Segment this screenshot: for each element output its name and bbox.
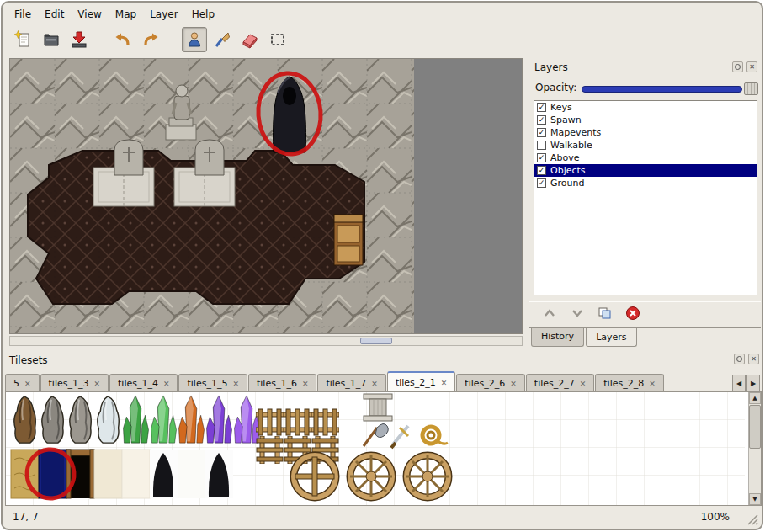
tab-close-icon[interactable]: ✕: [371, 380, 378, 388]
tileset-tab-3[interactable]: tiles_1_5 ✕: [178, 374, 247, 392]
menu-map[interactable]: Map: [109, 6, 143, 23]
panel-float-button[interactable]: [734, 354, 745, 364]
layer-row-above[interactable]: Above: [534, 152, 757, 164]
map-canvas[interactable]: [10, 59, 522, 333]
layer-row-keys[interactable]: Keys: [534, 101, 757, 114]
map-horizontal-scrollbar[interactable]: [9, 336, 523, 346]
layer-move-down-button[interactable]: [567, 305, 587, 322]
eraser-tool-button[interactable]: [237, 27, 263, 52]
opacity-slider[interactable]: [582, 86, 742, 93]
open-button[interactable]: [39, 27, 64, 52]
tileset-tab-label: 5: [13, 378, 19, 389]
redo-button[interactable]: [138, 27, 163, 52]
tab-close-icon[interactable]: ✕: [510, 380, 517, 388]
new-file-button[interactable]: [11, 27, 36, 52]
layer-delete-button[interactable]: [623, 305, 643, 322]
menu-view[interactable]: View: [71, 6, 108, 23]
tab-close-icon[interactable]: ✕: [163, 380, 170, 388]
layer-visibility-checkbox[interactable]: [537, 103, 546, 112]
menu-help[interactable]: Help: [185, 6, 221, 23]
layer-row-objects[interactable]: Objects: [534, 164, 757, 177]
panel-float-button[interactable]: [732, 61, 743, 72]
tile-hood-figure2[interactable]: [205, 450, 233, 498]
tab-scroll-right-button[interactable]: ▶: [746, 375, 760, 391]
layer-visibility-checkbox[interactable]: [537, 115, 546, 125]
menu-edit[interactable]: Edit: [38, 6, 71, 23]
open-folder-icon: [42, 30, 61, 49]
tileset-vertical-scrollbar[interactable]: ▲ ▼: [748, 392, 761, 505]
undo-button[interactable]: [110, 27, 135, 52]
brush-tool-button[interactable]: [210, 27, 235, 52]
tab-close-icon[interactable]: ✕: [232, 380, 239, 388]
menu-layer[interactable]: Layer: [143, 6, 184, 23]
tileset-tab-7[interactable]: tiles_2_6 ✕: [456, 374, 524, 392]
tileset-tab-4[interactable]: tiles_1_6 ✕: [248, 374, 316, 392]
tileset-tab-2[interactable]: tiles_1_4 ✕: [109, 374, 178, 392]
select-tool-button[interactable]: [265, 27, 290, 52]
tileset-tab-0[interactable]: 5 ✕: [5, 374, 40, 392]
layer-row-spawn[interactable]: Spawn: [534, 114, 757, 126]
tile-floor-light[interactable]: [94, 450, 150, 498]
tileset-tab-9[interactable]: tiles_2_8 ✕: [595, 374, 663, 392]
tileset-content: ▲ ▼: [5, 391, 762, 506]
save-button[interactable]: [66, 27, 92, 52]
tile-blank[interactable]: [178, 450, 205, 498]
application-window: File Edit View Map Layer Help: [1, 1, 763, 530]
tab-history[interactable]: History: [531, 328, 584, 347]
stamp-tool-button[interactable]: [182, 27, 207, 52]
layer-visibility-checkbox[interactable]: [537, 178, 546, 188]
tileset-tab-6[interactable]: tiles_2_1 ✕: [387, 371, 455, 392]
tile-dark-doorway[interactable]: [39, 450, 66, 498]
layer-visibility-checkbox[interactable]: [537, 128, 546, 137]
tab-label: Layers: [596, 332, 626, 343]
tileset-tab-8[interactable]: tiles_2_7 ✕: [526, 374, 594, 392]
layer-move-up-button[interactable]: [539, 305, 560, 322]
layer-row-mapevents[interactable]: Mapevents: [534, 126, 757, 139]
tileset-tab-label: tiles_1_7: [326, 378, 366, 389]
select-tool-icon: [268, 30, 287, 49]
tab-close-icon[interactable]: ✕: [441, 379, 448, 387]
menu-file[interactable]: File: [8, 6, 38, 23]
opacity-slider-handle[interactable]: [744, 82, 758, 95]
tileset-tab-1[interactable]: tiles_1_3 ✕: [40, 374, 109, 392]
duplicate-layer-icon: [598, 306, 613, 320]
tileset-tab-label: tiles_2_8: [603, 378, 644, 389]
tile-hood-figure[interactable]: [150, 450, 178, 498]
layer-visibility-checkbox[interactable]: [537, 166, 546, 175]
scrollbar-thumb[interactable]: [360, 338, 392, 344]
eraser-tool-icon: [241, 30, 259, 49]
tab-close-icon[interactable]: ✕: [649, 380, 656, 388]
layer-visibility-checkbox[interactable]: [537, 141, 546, 150]
layer-duplicate-button[interactable]: [595, 305, 615, 322]
tab-close-icon[interactable]: ✕: [302, 380, 309, 388]
tileset-canvas[interactable]: [6, 392, 745, 505]
tilesets-panel-title: Tilesets: [9, 354, 48, 366]
delete-icon: [625, 306, 640, 321]
layer-visibility-checkbox[interactable]: [537, 153, 546, 162]
panel-close-button[interactable]: ✕: [746, 61, 757, 72]
tileset-tabbar: 5 ✕ tiles_1_3 ✕ tiles_1_4 ✕ tiles_1_5 ✕ …: [5, 371, 729, 392]
scroll-up-button[interactable]: ▲: [749, 392, 761, 404]
layer-name: Keys: [550, 102, 572, 113]
panel-close-button[interactable]: ✕: [748, 354, 759, 364]
scroll-down-button[interactable]: ▼: [749, 493, 761, 505]
separator: [529, 301, 761, 302]
tile-track-round-spokes[interactable]: [350, 455, 392, 497]
tab-layers[interactable]: Layers: [586, 328, 636, 347]
tileset-tab-5[interactable]: tiles_1_7 ✕: [317, 374, 385, 392]
tab-close-icon[interactable]: ✕: [24, 380, 31, 388]
tab-close-icon[interactable]: ✕: [580, 380, 587, 388]
layer-name: Above: [550, 152, 580, 163]
layer-name: Ground: [550, 178, 584, 189]
tab-close-icon[interactable]: ✕: [93, 380, 100, 388]
tile-door-frame[interactable]: [66, 450, 94, 498]
layer-row-ground[interactable]: Ground: [534, 177, 757, 189]
tab-scroll-left-button[interactable]: ◀: [732, 375, 746, 391]
layer-name: Mapevents: [550, 127, 601, 138]
arrow-left-icon: ◀: [736, 380, 741, 387]
layer-row-walkable[interactable]: Walkable: [534, 139, 757, 152]
tile-track-round-cross[interactable]: [294, 455, 336, 497]
tile-track-round-spokes2[interactable]: [406, 455, 449, 497]
scrollbar-thumb[interactable]: [749, 405, 761, 449]
resize-grip[interactable]: [747, 514, 758, 525]
